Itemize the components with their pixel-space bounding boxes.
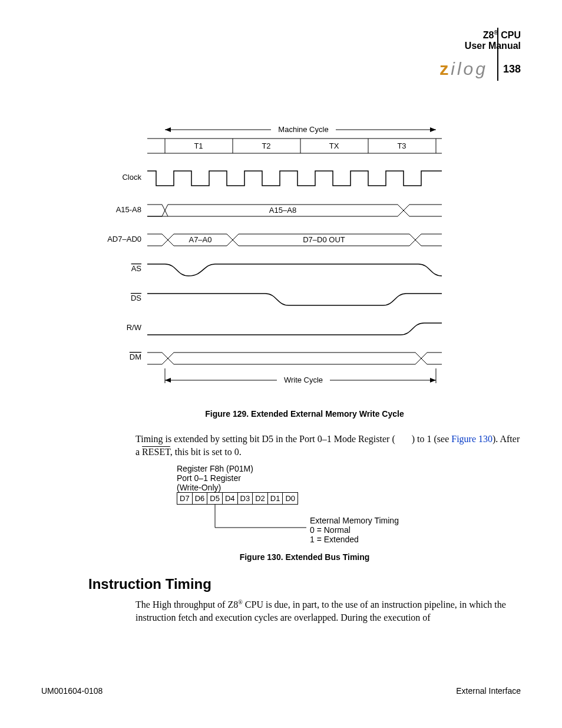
reset-text: RESET bbox=[142, 447, 170, 457]
para2-reg-mark: ® bbox=[238, 599, 243, 605]
bit-d1: D1 bbox=[267, 493, 283, 505]
bit-d5: D5 bbox=[207, 493, 223, 505]
footer-left: UM001604-0108 bbox=[41, 686, 103, 696]
header-divider bbox=[497, 28, 498, 81]
t2-label: T2 bbox=[262, 141, 270, 150]
reg-line3: (Write-Only) bbox=[177, 483, 521, 492]
bit-d2: D2 bbox=[253, 493, 268, 505]
page-header: Z8® CPU User Manual zilog 138 bbox=[439, 29, 521, 81]
footer-right: External Interface bbox=[456, 686, 521, 696]
bit-d0: D0 bbox=[283, 493, 298, 505]
product-suffix: CPU bbox=[498, 30, 521, 40]
tx-label: TX bbox=[329, 141, 339, 150]
ad-second-label: D7–D0 OUT bbox=[303, 235, 345, 244]
timing-diagram: Machine Cycle T1 T2 TX T3 Clock bbox=[88, 118, 454, 401]
instruction-timing-paragraph: The High throughput of Z8® CPU is due, i… bbox=[135, 598, 521, 624]
as-label: AS bbox=[131, 264, 142, 273]
svg-marker-12 bbox=[165, 378, 171, 383]
svg-marker-13 bbox=[430, 378, 436, 383]
write-cycle-label: Write Cycle bbox=[284, 375, 323, 384]
page-footer: UM001604-0108 External Interface bbox=[41, 686, 521, 696]
dm-label: DM bbox=[130, 353, 141, 361]
ad-first-label: A7–A0 bbox=[189, 235, 211, 244]
figure-130-link[interactable]: Figure 130 bbox=[451, 434, 492, 444]
bit-leader-line bbox=[177, 504, 312, 533]
machine-cycle-label: Machine Cycle bbox=[278, 125, 328, 134]
para2-t1: The High throughput of Z8 bbox=[135, 600, 238, 610]
ds-label: DS bbox=[131, 294, 141, 302]
bit-d7: D7 bbox=[177, 493, 193, 505]
a15a8-label: A15-A8 bbox=[116, 205, 141, 214]
reg-line2: Port 0–1 Register bbox=[177, 473, 521, 483]
desc-line2: 0 = Normal bbox=[310, 525, 399, 535]
para1-t4: , this bit is set to 0. bbox=[170, 447, 242, 457]
zilog-logo: zilog bbox=[439, 59, 492, 79]
bit-table: D7 D6 D5 D4 D3 D2 D1 D0 bbox=[177, 492, 298, 505]
timing-extended-paragraph: Timing is extended by setting bit D5 in … bbox=[135, 433, 521, 458]
t3-label: T3 bbox=[397, 141, 406, 150]
desc-line1: External Memory Timing bbox=[310, 516, 399, 525]
bit-d4: D4 bbox=[222, 493, 237, 505]
clock-label: Clock bbox=[122, 173, 141, 182]
content-area: Machine Cycle T1 T2 TX T3 Clock bbox=[88, 118, 521, 630]
para1-t2: ) to 1 (see bbox=[412, 434, 452, 444]
para1-t1: Timing is extended by setting bit D5 in … bbox=[135, 434, 395, 444]
svg-marker-2 bbox=[430, 127, 436, 132]
a15a8-mid-label: A15–A8 bbox=[269, 206, 296, 215]
reg-description: External Memory Timing 0 = Normal 1 = Ex… bbox=[310, 516, 399, 544]
product-prefix: Z8 bbox=[483, 30, 494, 40]
logo-row: zilog 138 bbox=[439, 57, 521, 81]
figure-129-caption: Figure 129. Extended External Memory Wri… bbox=[88, 409, 521, 419]
desc-line3: 1 = Extended bbox=[310, 535, 399, 544]
bit-d3: D3 bbox=[237, 493, 253, 505]
para1-gap bbox=[398, 434, 409, 444]
bit-d6: D6 bbox=[192, 493, 207, 505]
svg-marker-1 bbox=[165, 127, 171, 132]
figure-130-caption: Figure 130. Extended Bus Timing bbox=[88, 552, 521, 562]
rw-label: R/W bbox=[127, 323, 142, 332]
page-number: 138 bbox=[503, 63, 521, 75]
ad7ad0-label: AD7–AD0 bbox=[107, 235, 141, 243]
page: Z8® CPU User Manual zilog 138 Machine Cy… bbox=[0, 0, 562, 728]
t1-label: T1 bbox=[194, 141, 203, 150]
doc-subtitle: User Manual bbox=[439, 41, 521, 51]
reg-line1: Register F8h (P01M) bbox=[177, 464, 521, 473]
section-heading: Instruction Timing bbox=[88, 576, 521, 592]
register-diagram: Register F8h (P01M) Port 0–1 Register (W… bbox=[177, 464, 521, 544]
product-title: Z8® CPU bbox=[439, 29, 521, 41]
